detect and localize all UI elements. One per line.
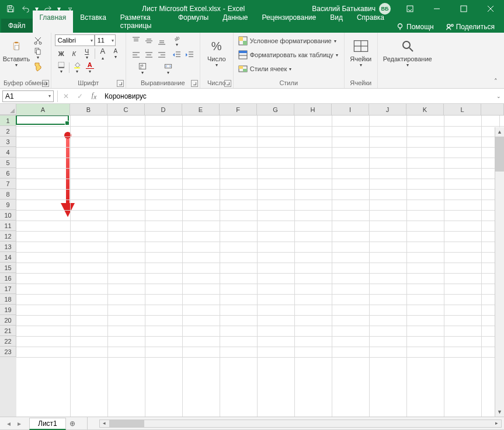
save-button[interactable] <box>4 2 18 16</box>
paste-button[interactable]: Вставить ▾ <box>4 34 29 74</box>
tab-формулы[interactable]: Формулы <box>171 11 215 33</box>
align-top-button[interactable] <box>130 34 142 47</box>
row-header-12[interactable]: 12 <box>0 231 16 242</box>
shrink-font-button[interactable]: A▾ <box>109 47 122 60</box>
row-header-6[interactable]: 6 <box>0 168 16 179</box>
decrease-indent-button[interactable] <box>171 48 183 61</box>
row-header-2[interactable]: 2 <box>0 126 16 137</box>
maximize-button[interactable] <box>450 0 477 18</box>
row-header-1[interactable]: 1 <box>0 116 16 126</box>
tab-справка[interactable]: Справка <box>350 11 391 33</box>
wrap-text-button[interactable]: abc▾ <box>130 62 155 75</box>
cancel-formula-button[interactable]: ✕ <box>59 90 73 102</box>
add-sheet-button[interactable]: ⊕ <box>66 419 79 428</box>
undo-button[interactable] <box>19 2 33 16</box>
row-header-16[interactable]: 16 <box>0 273 16 284</box>
tab-рецензирование[interactable]: Рецензирование <box>255 11 324 33</box>
ribbon-options-button[interactable] <box>397 0 423 18</box>
italic-button[interactable]: К <box>68 47 81 60</box>
column-header-G[interactable]: G <box>257 104 294 115</box>
column-header-H[interactable]: H <box>294 104 332 115</box>
sheet-prev-button[interactable]: ◂ <box>4 418 14 429</box>
row-header-13[interactable]: 13 <box>0 242 16 252</box>
worksheet-grid[interactable]: ABCDEFGHIJKL 123456789101112131415161718… <box>0 104 504 417</box>
row-header-10[interactable]: 10 <box>0 210 16 221</box>
font-launcher[interactable] <box>117 80 124 87</box>
tab-вставка[interactable]: Вставка <box>73 11 113 33</box>
format-painter-button[interactable] <box>32 60 44 73</box>
row-header-5[interactable]: 5 <box>0 158 16 168</box>
column-header-B[interactable]: B <box>70 104 107 115</box>
merge-button[interactable]: ▾ <box>155 62 181 75</box>
collapse-ribbon-button[interactable]: ˄ <box>491 76 500 86</box>
row-header-23[interactable]: 23 <box>0 347 16 357</box>
row-header-21[interactable]: 21 <box>0 326 16 336</box>
column-header-E[interactable]: E <box>182 104 220 115</box>
row-header-8[interactable]: 8 <box>0 189 16 200</box>
grow-font-button[interactable]: A▴ <box>96 47 109 60</box>
conditional-formatting-button[interactable]: Условное форматирование▾ <box>237 34 340 47</box>
name-box[interactable]: A1▾ <box>2 90 54 102</box>
align-center-button[interactable] <box>142 48 155 61</box>
bold-button[interactable]: Ж <box>55 47 68 60</box>
column-header-J[interactable]: J <box>369 104 406 115</box>
align-middle-button[interactable] <box>142 34 155 47</box>
font-name-combo[interactable]: Calibri▾ <box>55 34 95 46</box>
increase-indent-button[interactable] <box>183 48 196 61</box>
cells-area[interactable]: Короновирус <box>16 116 504 417</box>
column-header-I[interactable]: I <box>332 104 369 115</box>
column-header-L[interactable]: L <box>444 104 481 115</box>
expand-formula-bar[interactable]: ⌄ <box>493 93 504 99</box>
number-launcher[interactable] <box>224 80 231 87</box>
row-header-9[interactable]: 9 <box>0 200 16 210</box>
column-header-D[interactable]: D <box>145 104 182 115</box>
row-header-18[interactable]: 18 <box>0 294 16 305</box>
underline-button[interactable]: Ч▾ <box>81 47 93 60</box>
column-header-K[interactable]: K <box>406 104 444 115</box>
copy-button[interactable]: ▾ <box>32 47 44 60</box>
align-bottom-button[interactable] <box>155 34 168 47</box>
select-all-corner[interactable] <box>0 104 16 115</box>
clipboard-launcher[interactable] <box>42 80 49 87</box>
enter-formula-button[interactable]: ✓ <box>73 90 87 102</box>
row-header-14[interactable]: 14 <box>0 252 16 263</box>
format-as-table-button[interactable]: Форматировать как таблицу▾ <box>237 48 340 61</box>
sheet-tab-1[interactable]: Лист1 <box>29 418 66 430</box>
row-header-22[interactable]: 22 <box>0 336 16 347</box>
row-header-17[interactable]: 17 <box>0 284 16 294</box>
cut-button[interactable] <box>32 34 44 47</box>
tab-главная[interactable]: Главная <box>33 11 74 33</box>
row-header-15[interactable]: 15 <box>0 263 16 273</box>
row-header-19[interactable]: 19 <box>0 305 16 315</box>
alignment-launcher[interactable] <box>191 80 198 87</box>
insert-function-button[interactable]: fx <box>87 90 101 102</box>
tab-данные[interactable]: Данные <box>215 11 255 33</box>
vertical-scrollbar[interactable]: ▲ ▼ <box>495 127 504 417</box>
number-format-button[interactable]: % Число ▾ <box>204 34 230 74</box>
minimize-button[interactable] <box>423 0 450 18</box>
row-header-4[interactable]: 4 <box>0 147 16 158</box>
fill-color-button[interactable]: ▾ <box>71 61 84 74</box>
font-size-combo[interactable]: 11▾ <box>95 34 116 46</box>
editing-button[interactable]: Редактирование ▾ <box>381 34 434 74</box>
row-header-3[interactable]: 3 <box>0 137 16 147</box>
tab-вид[interactable]: Вид <box>323 11 350 33</box>
tab-разметка страницы[interactable]: Разметка страницы <box>113 11 171 33</box>
formula-input[interactable] <box>101 90 493 102</box>
row-header-20[interactable]: 20 <box>0 315 16 326</box>
horizontal-scrollbar[interactable]: ◂▸ <box>99 419 504 428</box>
align-left-button[interactable] <box>130 48 142 61</box>
row-header-7[interactable]: 7 <box>0 179 16 189</box>
cell-styles-button[interactable]: Стили ячеек▾ <box>237 62 340 75</box>
close-button[interactable] <box>477 0 504 18</box>
column-header-A[interactable]: A <box>16 104 70 115</box>
tell-me[interactable]: Помощн <box>391 21 439 33</box>
cells-button[interactable]: Ячейки ▾ <box>348 34 374 74</box>
borders-button[interactable]: ▾ <box>55 61 68 74</box>
share-button[interactable]: Поделиться <box>441 21 499 33</box>
row-header-11[interactable]: 11 <box>0 221 16 231</box>
column-header-F[interactable]: F <box>220 104 257 115</box>
sheet-next-button[interactable]: ▸ <box>14 418 25 429</box>
tab-file[interactable]: Файл <box>1 19 33 33</box>
orientation-button[interactable]: ab▾ <box>171 34 183 47</box>
